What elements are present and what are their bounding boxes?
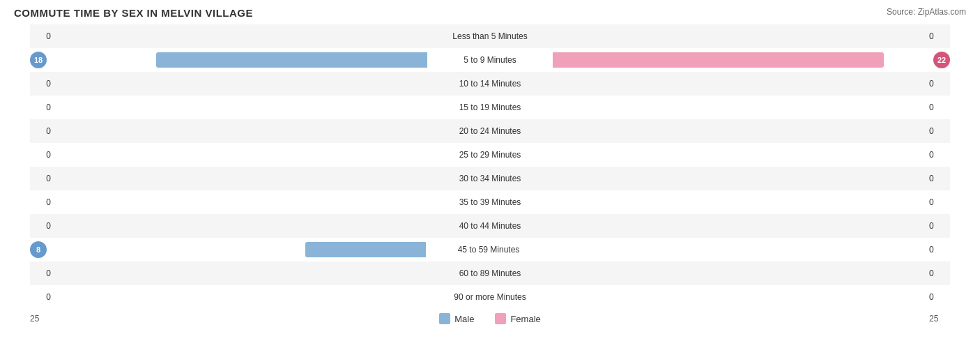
male-value: 0 (30, 79, 51, 89)
male-value: 0 (30, 268, 51, 278)
female-bar-container (553, 289, 929, 305)
female-bar-container (553, 123, 929, 139)
legend-male: Male (439, 313, 474, 324)
legend-female: Female (495, 313, 540, 324)
male-bar-container (51, 76, 427, 91)
row-label: 30 to 34 Minutes (427, 174, 553, 183)
female-value: 0 (929, 268, 950, 278)
male-value: 0 (30, 31, 51, 41)
bar-row: 18 5 to 9 Minutes 22 (30, 48, 950, 72)
male-bar-container (51, 123, 427, 139)
female-bar-container (553, 52, 932, 68)
source-label: Source: ZipAtlas.com (887, 7, 966, 17)
row-label: 60 to 89 Minutes (427, 268, 553, 278)
row-label: 10 to 14 Minutes (427, 79, 553, 89)
bar-row: 0 25 to 29 Minutes 0 (30, 143, 950, 167)
male-value: 0 (30, 221, 51, 231)
legend-male-box (439, 313, 450, 324)
female-bar-container (553, 266, 929, 281)
chart-title: COMMUTE TIME BY SEX IN MELVIN VILLAGE (14, 7, 966, 19)
female-bar-container (553, 76, 929, 91)
bottom-area: 25 Male Female 25 (30, 309, 950, 324)
bar-row: 0 35 to 39 Minutes 0 (30, 190, 950, 214)
row-label: 40 to 44 Minutes (427, 221, 553, 231)
row-label: 25 to 29 Minutes (427, 150, 553, 160)
female-value: 0 (929, 31, 950, 41)
male-value: 0 (30, 126, 51, 136)
row-label: 35 to 39 Minutes (427, 197, 553, 207)
male-bar-container (51, 218, 427, 234)
row-label: 20 to 24 Minutes (427, 126, 553, 136)
male-bar-container (51, 147, 427, 162)
female-bar (553, 52, 884, 68)
bar-row: 8 45 to 59 Minutes 0 (30, 238, 950, 261)
male-value: 0 (30, 197, 51, 207)
female-value: 0 (929, 221, 950, 231)
bar-row: 0 20 to 24 Minutes 0 (30, 119, 950, 143)
chart-wrapper: 0 Less than 5 Minutes 0 18 5 to 9 Minute… (30, 24, 950, 324)
female-value: 0 (929, 292, 950, 302)
row-label: 15 to 19 Minutes (427, 103, 553, 112)
female-value: 0 (929, 79, 950, 89)
female-bar-container (553, 218, 929, 234)
male-bar-container (51, 29, 427, 44)
legend: Male Female (51, 313, 929, 324)
female-bar-container (553, 195, 929, 210)
female-value: 0 (929, 150, 950, 160)
male-value: 0 (30, 103, 51, 112)
female-bar-container (553, 29, 929, 44)
row-label: 5 to 9 Minutes (427, 55, 553, 65)
male-bar (305, 242, 426, 257)
male-badge: 8 (30, 241, 47, 258)
male-bar-container (51, 289, 427, 305)
axis-left-label: 25 (30, 314, 51, 324)
male-bar-container (51, 266, 427, 281)
chart-container: COMMUTE TIME BY SEX IN MELVIN VILLAGE So… (0, 0, 980, 364)
male-value: 0 (30, 150, 51, 160)
legend-male-label: Male (454, 314, 474, 324)
row-label: 90 or more Minutes (427, 292, 553, 302)
male-bar-container (51, 195, 427, 210)
legend-female-box (495, 313, 506, 324)
male-bar-container (51, 171, 427, 186)
bar-row: 0 10 to 14 Minutes 0 (30, 72, 950, 96)
bar-row: 0 Less than 5 Minutes 0 (30, 24, 950, 48)
male-bar-container (48, 242, 426, 257)
bar-row: 0 40 to 44 Minutes 0 (30, 214, 950, 238)
bar-row: 0 15 to 19 Minutes 0 (30, 96, 950, 119)
female-value: 0 (929, 103, 950, 112)
bars-container: 0 Less than 5 Minutes 0 18 5 to 9 Minute… (30, 24, 950, 309)
male-value: 0 (30, 174, 51, 183)
male-bar-container (51, 100, 427, 115)
male-badge: 18 (30, 52, 47, 68)
female-badge: 22 (933, 52, 950, 68)
male-value: 0 (30, 292, 51, 302)
male-bar-container (48, 52, 427, 68)
male-bar (156, 52, 427, 68)
row-label: Less than 5 Minutes (427, 31, 553, 41)
female-bar-container (553, 171, 929, 186)
female-value: 0 (929, 126, 950, 136)
bar-row: 0 60 to 89 Minutes 0 (30, 261, 950, 285)
female-value: 0 (929, 197, 950, 207)
female-value: 0 (929, 174, 950, 183)
bar-row: 0 30 to 34 Minutes 0 (30, 167, 950, 190)
axis-right-label: 25 (929, 314, 950, 324)
bar-row: 0 90 or more Minutes 0 (30, 285, 950, 309)
female-value: 0 (929, 245, 950, 255)
female-bar-container (553, 100, 929, 115)
female-bar-container (551, 242, 929, 257)
female-bar-container (553, 147, 929, 162)
row-label: 45 to 59 Minutes (426, 245, 551, 255)
legend-female-label: Female (510, 314, 540, 324)
